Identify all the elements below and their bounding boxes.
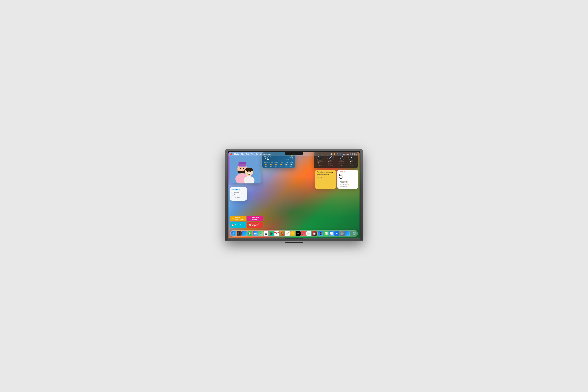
dock-mail[interactable]: ✉️ — [253, 231, 258, 236]
wifi-icon: 📶 — [334, 153, 335, 155]
weather-temperature: 76° — [264, 156, 271, 161]
clock-paris-name: Paris — [350, 161, 354, 162]
dock-settings[interactable]: ⚙️ — [340, 231, 345, 236]
dock-facetime[interactable]: 🎥 — [269, 231, 274, 236]
dock-freeform[interactable]: 📈 — [306, 231, 311, 236]
clock-cupertino-diff: +0HRS — [318, 165, 322, 166]
dock-maps[interactable]: 🗺️ — [258, 231, 263, 236]
menubar-file[interactable]: File — [241, 153, 244, 155]
dock-safari[interactable]: 🌐 — [242, 231, 247, 236]
reminder-circle-1[interactable] — [232, 192, 233, 193]
reminders-title: Prop styling — [232, 189, 240, 190]
macbook-container: 🍎 Finder File Edit View Go Window Help ▓… — [225, 149, 363, 243]
dock-separator-2 — [351, 232, 351, 235]
menubar-go[interactable]: Go — [256, 153, 258, 155]
shortcut-music-icon: 🎵 — [248, 218, 251, 220]
clock-sydney-day: Tomorrow — [338, 163, 344, 164]
calendar-event-1: Set up lighting 🌟 12:00–12:30PM — [339, 180, 356, 184]
menubar-window[interactable]: Window — [260, 153, 266, 155]
calendar-date-number: 5 — [339, 173, 356, 180]
search-icon[interactable]: 🔍 — [336, 153, 338, 155]
svg-point-37 — [341, 157, 342, 158]
shortcut-studio-light[interactable]: 💡 Turn on Studio Ligh... — [230, 216, 246, 222]
reminders-header: Prop styling 3 — [232, 189, 245, 190]
shortcut-watermark-icon: 🖼️ — [248, 224, 251, 226]
svg-point-8 — [243, 168, 244, 169]
dock-notes[interactable]: 📒 — [290, 231, 295, 236]
dock-appstore[interactable]: A — [334, 231, 339, 236]
calendar-widget: Monday 5 Set up lighting 🌟 12:00–12:30PM — [337, 170, 358, 189]
dock-music[interactable]: 🎵 — [301, 231, 306, 236]
dock-reminders[interactable]: 📝 — [285, 231, 290, 236]
svg-point-29 — [330, 157, 331, 158]
menubar-finder[interactable]: Finder — [234, 153, 240, 155]
calendar-event-bar-1 — [339, 180, 339, 184]
shortcut-watermark[interactable]: 🖼️ Watermark Images — [247, 222, 263, 228]
reminder-2: Pleated fabric — [232, 194, 245, 196]
dock-messages[interactable]: 💬 — [248, 231, 252, 236]
clock-cupertino-day: Today — [318, 163, 322, 164]
notes-widget: Test shoot feedback More ambient light 8… — [315, 170, 336, 189]
clock-paris-day: Today — [350, 163, 353, 164]
clock-tokyo-name: Tokyo — [328, 161, 332, 162]
clock-cupertino-name: Cupertino — [317, 161, 323, 162]
camera-notch — [285, 151, 303, 156]
reminder-circle-3[interactable] — [232, 196, 233, 198]
menubar-right: ▓ 📶 🔍 👤 Mon Jun 5 9:41 AM — [331, 153, 358, 155]
reminders-widget: Prop styling 3 Flowers Pleated fabric Cy… — [230, 187, 247, 200]
reminder-text-1: Flowers — [234, 192, 239, 193]
clock-tokyo-diff: +16HRS — [328, 165, 333, 166]
dock-dot-finder — [234, 236, 234, 236]
menubar-help[interactable]: Help — [268, 153, 272, 155]
macbook-hinge — [285, 238, 303, 239]
apple-menu-icon[interactable]: 🍎 — [230, 153, 232, 155]
calendar-event-text-2: Meet with talent 🌟 12:30–1:00PM — [340, 184, 349, 187]
weather-hour-12pm: 12 PM ☀️ 81° — [274, 162, 278, 168]
svg-point-11 — [245, 168, 253, 172]
weather-hour-2pm: 2 PM 🌤️ 85° — [284, 162, 288, 168]
reminder-text-3: Cylinders — [234, 196, 240, 198]
user-icon: 👤 — [340, 153, 342, 155]
weather-hour-11am: 11 AM ☀️ 80° — [269, 162, 273, 168]
dock-screen[interactable]: 🌐 — [345, 231, 350, 236]
weather-hour-10am: 10 AM ☀️ 77° — [264, 162, 268, 168]
svg-point-21 — [320, 157, 320, 158]
menubar-date: Mon Jun 5 — [343, 153, 350, 155]
dock-keynote[interactable]: 📈 — [329, 231, 334, 236]
menubar-left: 🍎 Finder File Edit View Go Window Help — [230, 153, 331, 155]
weather-hour-1pm: 1 PM ☀️ 81° — [279, 162, 283, 168]
reminder-text-2: Pleated fabric — [234, 194, 242, 196]
weather-condition: Sunny — [286, 157, 293, 159]
shortcut-take-break[interactable]: ⏰ Take A Break — [230, 222, 246, 228]
weather-hour-3pm: 3 PM ⛅ 88° — [290, 162, 293, 168]
clock-paris-diff: +9HRS — [350, 165, 354, 166]
dock-trash[interactable]: 🗑️ — [352, 231, 357, 236]
menubar-edit[interactable]: Edit — [246, 153, 249, 155]
screen-bezel: 🍎 Finder File Edit View Go Window Help ▓… — [228, 151, 360, 238]
notes-content: More ambient light — [317, 174, 334, 176]
dock-news[interactable]: 📰 — [312, 231, 317, 236]
shortcut-break-icon: ⏰ — [232, 224, 234, 226]
photo-widget — [230, 152, 260, 184]
calendar-event-bar-2 — [339, 184, 339, 187]
dock-contacts[interactable]: 🍫 — [280, 231, 284, 236]
reminder-circle-2[interactable] — [232, 194, 233, 196]
dock-files[interactable]: 📱 — [318, 231, 323, 236]
calendar-more-events: 1 more event — [339, 188, 356, 188]
shortcut-light-icon: 💡 — [232, 218, 234, 220]
menubar-view[interactable]: View — [250, 153, 254, 155]
svg-point-12 — [247, 171, 248, 172]
reminders-count: 3 — [244, 189, 245, 190]
shortcut-photo-shoot[interactable]: 🎵 Play Photo Shoot P... — [247, 216, 263, 222]
dock-calendar[interactable]: JUN 5 — [274, 231, 279, 236]
dock-tv[interactable]: tv — [296, 231, 300, 236]
clock-tokyo-day: Tomorrow — [328, 163, 333, 164]
calendar-events: Set up lighting 🌟 12:00–12:30PM Meet wit… — [339, 180, 356, 188]
dock-finder[interactable]: 🔍 — [231, 231, 236, 236]
reminder-1: Flowers — [232, 192, 245, 193]
dock-numbers[interactable]: 📊 — [324, 231, 328, 236]
macbook-feet — [279, 242, 309, 243]
macbook-body: 🍎 Finder File Edit View Go Window Help ▓… — [225, 149, 363, 240]
dock-photos[interactable]: 📷 — [264, 231, 268, 236]
dock-launchpad[interactable]: 📱 — [237, 231, 242, 236]
